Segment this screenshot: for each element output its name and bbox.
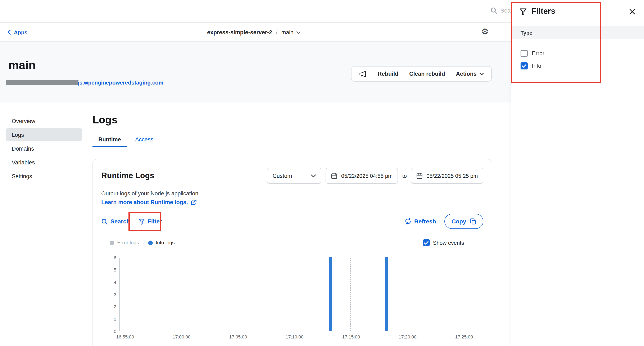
time-range-select[interactable]: Custom — [267, 168, 322, 184]
calendar-icon — [331, 172, 338, 179]
logs-toolbar: Search Filter Refresh Copy — [101, 213, 483, 229]
y-axis-label: 6 — [104, 255, 116, 260]
filter-option-label: Info — [532, 62, 541, 69]
announcements-button[interactable] — [359, 70, 367, 78]
y-axis-label: 2 — [104, 304, 116, 310]
filter-section-type-label: Type — [511, 26, 644, 39]
chevron-down-icon — [480, 72, 484, 75]
breadcrumb-separator: / — [276, 29, 278, 35]
back-to-apps-link[interactable]: Apps — [8, 22, 28, 42]
filter-option-label: Error — [532, 50, 544, 56]
event-marker-line — [355, 258, 355, 331]
tab-runtime[interactable]: Runtime — [92, 133, 127, 147]
checkbox-unchecked-icon — [520, 50, 528, 57]
chart-plot-area: 012345616:55:0017:00:0017:05:0017:10:001… — [119, 258, 472, 331]
event-marker-line — [350, 258, 351, 331]
filter-options-list: ErrorInfo — [511, 47, 644, 72]
sidebar-item-settings[interactable]: Settings — [6, 170, 82, 183]
rebuild-button[interactable]: Rebuild — [378, 71, 398, 77]
date-from-input[interactable]: 05/22/2025 04:55 pm — [326, 168, 398, 184]
clean-rebuild-button[interactable]: Clean rebuild — [409, 71, 445, 77]
card-header: Runtime Logs Custom 05/22/2025 04:55 pm … — [101, 168, 483, 184]
funnel-icon — [520, 8, 527, 15]
card-title: Runtime Logs — [101, 171, 154, 180]
x-axis-label: 17:05:00 — [229, 334, 247, 339]
external-link-icon — [191, 199, 197, 205]
sidebar-item-domains[interactable]: Domains — [6, 142, 82, 155]
redacted-domain-prefix — [6, 80, 78, 85]
event-marker-line — [358, 258, 359, 331]
copy-button[interactable]: Copy — [444, 214, 483, 229]
environment-selector[interactable]: main — [281, 29, 301, 35]
tab-access[interactable]: Access — [129, 133, 159, 147]
learn-more-link[interactable]: Learn more about Runtime logs. — [101, 199, 197, 206]
sidebar-item-variables[interactable]: Variables — [6, 156, 82, 169]
card-description: Output logs of your Node.js application. — [101, 190, 483, 197]
x-axis-label: 17:00:00 — [172, 334, 190, 339]
event-marker-line — [391, 258, 391, 331]
refresh-icon — [405, 218, 411, 225]
filter-option-error[interactable]: Error — [511, 47, 644, 60]
y-axis-label: 0 — [104, 329, 116, 334]
section-title: Logs — [92, 114, 118, 126]
page-title: main — [8, 58, 36, 72]
calendar-icon — [416, 172, 423, 179]
app-root: Search Apps express-simple-server-2 / ma… — [0, 0, 644, 346]
filter-logs-button[interactable]: Filter — [138, 218, 162, 225]
logs-chart: 012345616:55:0017:00:0017:05:0017:10:001… — [119, 258, 483, 331]
close-icon — [629, 8, 636, 15]
y-axis-label: 4 — [104, 280, 116, 285]
legend-item[interactable]: Error logs — [110, 240, 139, 246]
runtime-logs-card: Runtime Logs Custom 05/22/2025 04:55 pm … — [92, 159, 492, 346]
log-count-bar[interactable] — [386, 257, 388, 331]
close-filters-button[interactable] — [628, 7, 637, 16]
legend-dot — [148, 240, 153, 245]
domain-row: js.wpenginepoweredstaging.com — [6, 80, 164, 86]
breadcrumb-app-name[interactable]: express-simple-server-2 — [207, 29, 272, 35]
x-axis-label: 17:10:00 — [286, 334, 304, 339]
sidebar-item-logs[interactable]: Logs — [6, 128, 82, 142]
chevron-down-icon — [311, 174, 316, 177]
domain-link[interactable]: js.wpenginepoweredstaging.com — [78, 80, 164, 86]
breadcrumb: express-simple-server-2 / main — [207, 22, 301, 42]
funnel-icon — [138, 218, 144, 224]
refresh-button[interactable]: Refresh — [405, 218, 436, 225]
search-logs-button[interactable]: Search — [101, 218, 130, 225]
filters-panel-title: Filters — [532, 7, 555, 16]
y-axis-label: 5 — [104, 268, 116, 272]
show-events-checkbox[interactable]: Show events — [423, 239, 464, 246]
x-axis-label: 17:15:00 — [342, 334, 360, 339]
megaphone-icon — [359, 70, 367, 78]
y-axis-label: 3 — [104, 292, 116, 297]
x-axis-label: 16:55:00 — [116, 334, 134, 339]
x-axis-label: 17:20:00 — [398, 334, 416, 339]
legend-label: Info logs — [156, 240, 175, 246]
filter-option-info[interactable]: Info — [511, 60, 644, 72]
search-icon — [101, 218, 108, 224]
checkbox-checked-icon — [520, 62, 528, 69]
legend-row: Error logsInfo logs Show events — [101, 238, 483, 247]
sidebar-item-overview[interactable]: Overview — [6, 114, 82, 128]
legend-label: Error logs — [117, 240, 139, 246]
legend-dot — [110, 240, 114, 245]
environment-actions: Rebuild Clean rebuild Actions — [351, 66, 492, 82]
log-count-bar[interactable] — [329, 257, 332, 331]
chevron-left-icon — [8, 30, 11, 35]
filters-panel-header: Filters — [511, 0, 644, 23]
checkbox-checked-icon — [423, 239, 430, 246]
range-controls: Custom 05/22/2025 04:55 pm to 0 — [267, 168, 483, 184]
y-axis-label: 1 — [104, 316, 116, 322]
settings-gear-button[interactable]: ⚙ — [481, 27, 489, 36]
gear-icon: ⚙ — [481, 27, 489, 36]
copy-icon — [470, 218, 476, 224]
legend-item[interactable]: Info logs — [148, 240, 175, 246]
back-label: Apps — [14, 29, 28, 35]
chevron-down-icon — [296, 32, 301, 34]
x-axis-label: 17:25:00 — [455, 334, 473, 339]
actions-menu-button[interactable]: Actions — [456, 71, 484, 77]
filters-panel: Filters Type ErrorInfo — [511, 0, 644, 346]
date-to-input[interactable]: 05/22/2025 05:25 pm — [411, 168, 483, 184]
search-icon — [490, 7, 497, 14]
environment-name: main — [281, 29, 294, 35]
to-label: to — [402, 172, 407, 179]
